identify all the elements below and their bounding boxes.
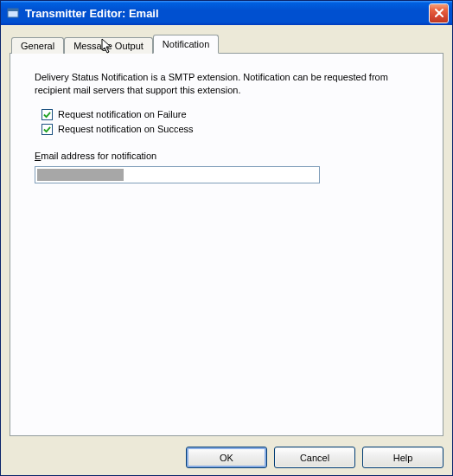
dialog-button-row: OK Cancel Help bbox=[10, 436, 443, 468]
tab-message-output[interactable]: Message Output bbox=[64, 37, 153, 54]
svg-rect-1 bbox=[8, 9, 18, 11]
checkbox-success[interactable] bbox=[41, 124, 53, 135]
help-button[interactable]: Help bbox=[362, 447, 443, 468]
button-label: Cancel bbox=[300, 453, 329, 463]
titlebar: Transmitter Editor: Email bbox=[1, 1, 452, 25]
close-button[interactable] bbox=[429, 3, 449, 23]
input-selection bbox=[37, 169, 124, 181]
email-address-input[interactable] bbox=[35, 166, 320, 183]
button-label: OK bbox=[220, 453, 233, 463]
tab-label: Notification bbox=[163, 39, 209, 49]
tab-general[interactable]: General bbox=[11, 37, 64, 54]
tab-label: Message Output bbox=[73, 41, 144, 51]
check-icon bbox=[43, 111, 51, 119]
checkbox-success-row: Request notification on Success bbox=[41, 124, 418, 135]
app-icon bbox=[6, 6, 20, 20]
checkbox-failure-row: Request notification on Failure bbox=[41, 109, 418, 120]
dialog-window: Transmitter Editor: Email General Messag… bbox=[0, 0, 453, 476]
tab-notification[interactable]: Notification bbox=[153, 35, 219, 54]
ok-button[interactable]: OK bbox=[186, 447, 267, 468]
tab-label: General bbox=[21, 41, 54, 51]
tab-panel-notification: Delivery Status Notification is a SMTP e… bbox=[10, 53, 443, 436]
checkbox-failure-label: Request notification on Failure bbox=[58, 109, 187, 119]
email-address-label: Email address for notification bbox=[35, 151, 418, 161]
window-title: Transmitter Editor: Email bbox=[25, 7, 429, 20]
description-text: Delivery Status Notification is a SMTP e… bbox=[35, 71, 418, 97]
tab-strip: General Message Output Notification bbox=[11, 34, 443, 53]
checkbox-failure[interactable] bbox=[41, 109, 53, 120]
check-icon bbox=[43, 125, 51, 133]
checkbox-success-label: Request notification on Success bbox=[58, 124, 194, 134]
client-area: General Message Output Notification Deli… bbox=[1, 25, 452, 475]
close-icon bbox=[435, 9, 443, 17]
cancel-button[interactable]: Cancel bbox=[274, 447, 355, 468]
button-label: Help bbox=[393, 453, 413, 463]
